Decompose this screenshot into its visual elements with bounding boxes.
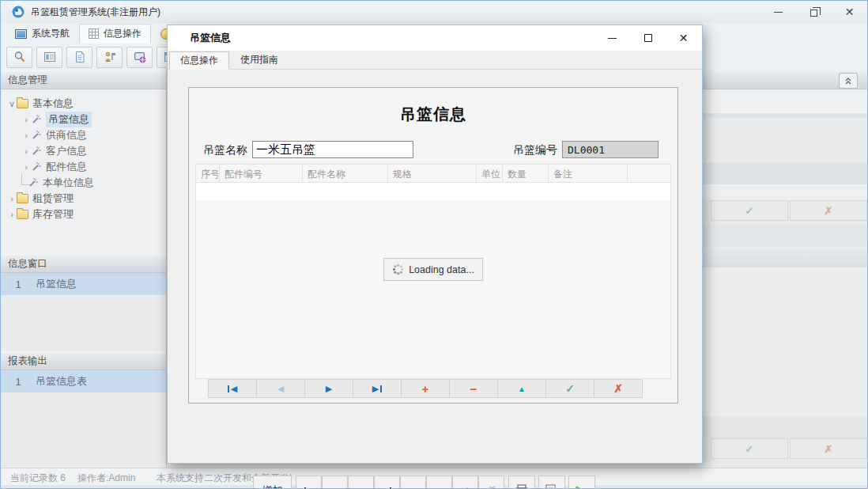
prev-icon: ◀ xyxy=(277,385,284,393)
check-icon: ✓ xyxy=(745,443,754,455)
panel-heading: 吊篮信息 xyxy=(189,104,677,125)
footer-prev-button[interactable]: ◀ xyxy=(322,476,348,489)
tree-item-customer-info[interactable]: › 客户信息 xyxy=(1,143,166,159)
dialog-close-button[interactable]: ✕ xyxy=(666,25,701,51)
spinner-icon xyxy=(392,263,404,275)
tree-item-basic-info[interactable]: ∨ 基本信息 xyxy=(1,96,166,112)
edit-icon: ▲ xyxy=(436,487,443,489)
tool-icon xyxy=(28,177,39,188)
col-seq[interactable]: 序号 xyxy=(196,165,220,182)
next-record-button[interactable]: ▶ xyxy=(304,379,353,398)
basket-code-label: 吊篮编号 xyxy=(513,143,557,157)
form-list-button[interactable] xyxy=(36,47,62,68)
grid-header: 序号 配件编号 配件名称 规格 单位 数量 备注 xyxy=(196,165,670,183)
tab-info-operation[interactable]: 信息操作 xyxy=(79,24,151,44)
check-icon: ✓ xyxy=(565,382,575,395)
col-spec[interactable]: 规格 xyxy=(388,165,477,182)
tree-item-stock-manage[interactable]: › 库存管理 xyxy=(1,207,166,222)
prev-record-button[interactable]: ◀ xyxy=(256,379,305,398)
cross-icon: ✗ xyxy=(825,443,833,455)
dialog-maximize-button[interactable] xyxy=(630,25,666,51)
chevron-collapsed-icon[interactable]: › xyxy=(7,194,17,203)
background-cancel-button[interactable]: ✗ xyxy=(790,438,867,459)
col-remark[interactable]: 备注 xyxy=(549,165,628,182)
col-unit[interactable]: 单位 xyxy=(477,165,503,182)
tool-icon xyxy=(31,130,42,141)
form-list-icon xyxy=(43,51,56,63)
restore-icon xyxy=(810,9,817,17)
background-post-button[interactable]: ✓ xyxy=(711,200,788,221)
plus-icon: + xyxy=(422,382,429,396)
footer-last-button[interactable]: ▶ xyxy=(374,476,400,489)
add-button[interactable]: 增加 xyxy=(253,476,292,489)
dialog-title: 吊篮信息 xyxy=(190,31,231,45)
col-filler xyxy=(628,165,670,182)
restore-button[interactable] xyxy=(796,1,832,23)
print-button[interactable] xyxy=(508,476,535,489)
collapse-panel-button[interactable] xyxy=(839,73,858,89)
chevron-collapsed-icon[interactable]: › xyxy=(21,146,31,156)
dialog-tab-info-operation[interactable]: 信息操作 xyxy=(169,51,229,70)
report-item[interactable]: 1 吊篮信息表 xyxy=(1,370,166,392)
run-button[interactable]: ▶ xyxy=(568,476,595,489)
chevron-collapsed-icon[interactable]: › xyxy=(21,115,31,124)
sidebar: 信息管理 ∨ 基本信息 › 吊篮信息 › 供 xyxy=(1,70,167,468)
minus-icon: − xyxy=(470,382,477,396)
tool-icon xyxy=(31,161,42,172)
col-qty[interactable]: 数量 xyxy=(503,165,549,182)
tab-system-nav[interactable]: 系统导航 xyxy=(6,24,79,44)
chevron-collapsed-icon[interactable]: › xyxy=(21,131,31,140)
tool-icon xyxy=(31,114,42,125)
window-title: 吊篮租赁管理系统(非注册用户) xyxy=(31,6,160,19)
monitor-globe-button[interactable] xyxy=(126,47,153,68)
dialog-tabbar: 信息操作 使用指南 xyxy=(168,51,702,70)
tree-item-parts-info[interactable]: › 配件信息 xyxy=(1,159,166,175)
cross-icon: ✗ xyxy=(487,484,496,489)
first-icon xyxy=(228,385,229,392)
delete-record-button[interactable]: − xyxy=(449,379,498,398)
footer-edit-button[interactable]: ▲ xyxy=(426,476,452,489)
footer-post-button[interactable]: ✓ xyxy=(452,476,478,489)
cross-icon: ✗ xyxy=(613,382,623,395)
background-cancel-button[interactable]: ✗ xyxy=(790,200,867,221)
footer-cancel-button[interactable]: ✗ xyxy=(478,476,504,489)
next-icon: ▶ xyxy=(357,487,364,489)
cancel-record-button[interactable]: ✗ xyxy=(594,379,643,398)
print-preview-button[interactable] xyxy=(538,476,565,489)
form-row: 吊篮名称 吊篮编号 xyxy=(189,141,677,160)
post-record-button[interactable]: ✓ xyxy=(545,379,594,398)
user-flag-icon xyxy=(104,51,116,63)
section-header-info-manage: 信息管理 xyxy=(1,70,166,89)
footer-delete-button[interactable]: − xyxy=(400,476,426,489)
col-part-name[interactable]: 配件名称 xyxy=(303,165,388,182)
chevron-expanded-icon[interactable]: ∨ xyxy=(7,99,17,109)
info-window-item[interactable]: 1 吊篮信息 xyxy=(1,273,166,295)
monitor-globe-icon xyxy=(134,51,146,63)
basket-name-input[interactable] xyxy=(252,141,413,158)
dialog-tab-user-guide[interactable]: 使用指南 xyxy=(229,51,289,69)
loading-indicator: Loading data... xyxy=(383,258,483,281)
user-flag-button[interactable] xyxy=(96,47,123,68)
last-record-button[interactable]: ▶ xyxy=(353,379,402,398)
col-part-code[interactable]: 配件编号 xyxy=(220,165,303,182)
tree-item-supplier-info[interactable]: › 供商信息 xyxy=(1,127,166,143)
tree-item-rental-manage[interactable]: › 租赁管理 xyxy=(1,191,166,207)
dialog-minimize-button[interactable] xyxy=(594,25,630,51)
first-record-button[interactable]: ◀ xyxy=(208,379,257,398)
loading-text: Loading data... xyxy=(409,264,474,275)
edit-record-button[interactable]: ▲ xyxy=(497,379,546,398)
app-logo-icon xyxy=(12,6,25,18)
folder-icon xyxy=(17,194,28,203)
insert-record-button[interactable]: + xyxy=(401,379,450,398)
chevron-collapsed-icon[interactable]: › xyxy=(21,162,31,172)
footer-first-button[interactable]: ◀ xyxy=(296,476,322,489)
footer-next-button[interactable]: ▶ xyxy=(348,476,374,489)
search-document-button[interactable] xyxy=(6,47,32,68)
background-post-button[interactable]: ✓ xyxy=(711,438,788,459)
close-button[interactable]: ✕ xyxy=(832,1,867,23)
tree-item-unit-info[interactable]: 本单位信息 xyxy=(1,175,166,191)
chevron-collapsed-icon[interactable]: › xyxy=(7,210,17,219)
document-button[interactable] xyxy=(66,47,92,68)
tree-item-basket-info[interactable]: › 吊篮信息 xyxy=(1,112,166,127)
minimize-button[interactable] xyxy=(760,1,796,23)
